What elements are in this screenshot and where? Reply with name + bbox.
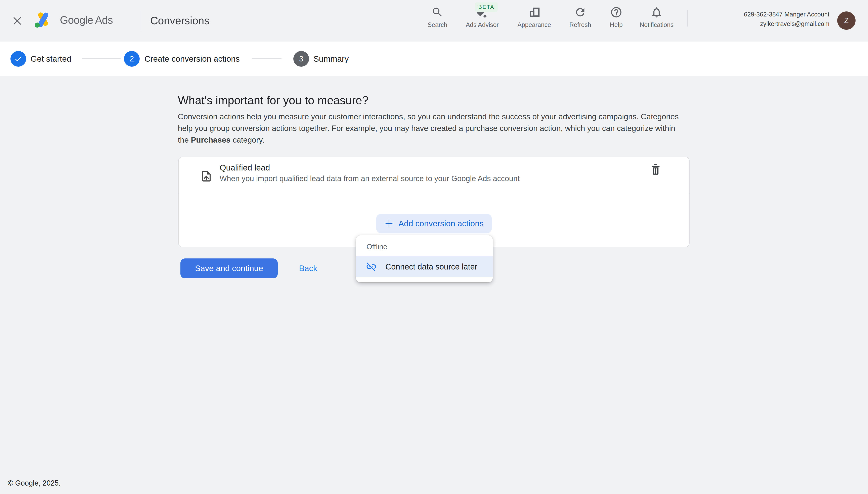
bell-icon — [650, 6, 663, 19]
logo-wordmark: GoogleAds — [60, 14, 113, 26]
plus-icon — [384, 219, 394, 228]
back-button[interactable]: Back — [291, 259, 325, 278]
google-ads-logo-icon — [34, 11, 52, 28]
step-2-label[interactable]: Create conversion actions — [145, 54, 240, 63]
page-description: Conversion actions help you measure your… — [178, 111, 686, 146]
appearance-icon — [528, 6, 540, 19]
close-button[interactable] — [11, 15, 23, 27]
conversion-item-description: When you import qualified lead data from… — [220, 174, 520, 183]
menu-item-connect-data-source-later[interactable]: Connect data source later — [356, 256, 493, 277]
step-1-label[interactable]: Get started — [31, 54, 71, 63]
conversion-item-title: Qualified lead — [220, 163, 270, 172]
page-title: Conversions — [150, 15, 209, 27]
check-icon — [14, 55, 22, 63]
step-3-circle[interactable]: 3 — [293, 51, 309, 67]
nav-search-label: Search — [428, 21, 447, 28]
nav-help-label: Help — [610, 21, 623, 28]
page-heading: What's important for you to measure? — [178, 94, 369, 107]
add-conversion-actions-label: Add conversion actions — [399, 219, 484, 228]
google-ads-logo: GoogleAds — [34, 11, 113, 28]
trash-icon — [649, 164, 663, 176]
card-divider — [179, 194, 689, 194]
nav-appearance-label: Appearance — [517, 21, 551, 28]
nav-refresh-label: Refresh — [569, 21, 591, 28]
account-divider — [687, 10, 687, 26]
description-bold: Purchases — [191, 136, 230, 144]
copyright-text: © Google, 2025. — [8, 479, 61, 487]
add-conversion-dropdown: Offline Connect data source later — [356, 235, 493, 282]
nav-ads-advisor[interactable]: Ads Advisor BETA — [466, 6, 499, 28]
save-and-continue-button[interactable]: Save and continue — [181, 259, 278, 278]
nav-notifications[interactable]: Notifications — [640, 6, 674, 28]
step-connector — [252, 58, 281, 59]
account-info[interactable]: 629-362-3847 Manger Account zylkertravel… — [744, 10, 829, 28]
account-id: 629-362-3847 Manger Account — [744, 10, 829, 19]
link-off-icon — [366, 261, 377, 272]
header-divider — [141, 11, 141, 31]
nav-ads-advisor-label: Ads Advisor — [466, 21, 499, 28]
step-connector — [82, 58, 121, 59]
search-icon — [431, 6, 444, 19]
menu-item-label: Connect data source later — [385, 262, 477, 271]
nav-appearance[interactable]: Appearance — [517, 6, 551, 28]
refresh-icon — [574, 6, 587, 19]
nav-notifications-label: Notifications — [640, 21, 674, 28]
nav-refresh[interactable]: Refresh — [569, 6, 591, 28]
delete-conversion-button[interactable] — [649, 163, 663, 176]
step-2-circle-active[interactable]: 2 — [124, 51, 140, 67]
add-conversion-actions-button[interactable]: Add conversion actions — [376, 214, 492, 233]
account-email: zylkertravels@gmail.com — [744, 19, 829, 28]
dropdown-section-offline: Offline — [367, 243, 387, 251]
nav-search[interactable]: Search — [428, 6, 447, 28]
step-3-label[interactable]: Summary — [313, 54, 349, 63]
nav-help[interactable]: Help — [610, 6, 623, 28]
help-icon — [610, 6, 623, 19]
close-icon — [11, 15, 23, 27]
step-1-circle-complete[interactable] — [11, 51, 26, 67]
avatar[interactable]: Z — [837, 12, 855, 30]
top-app-bar: GoogleAds Conversions Search Ads Advisor… — [0, 0, 868, 42]
beta-badge: BETA — [475, 2, 498, 12]
